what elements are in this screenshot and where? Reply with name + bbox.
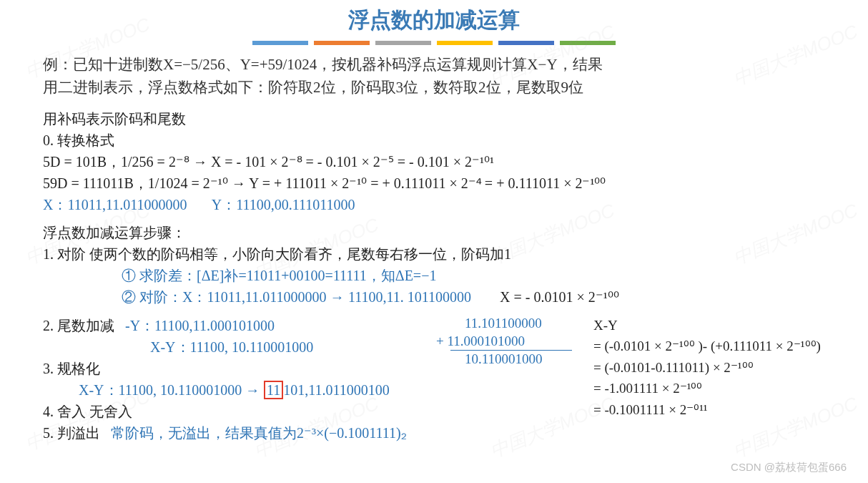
csdn-watermark: CSDN @荔枝荷包蛋666 (731, 461, 847, 474)
step-3-part-a: X-Y：11100, 10.110001000 (79, 382, 242, 398)
right-equations: X-Y = (-0.0101 × 2⁻¹⁰⁰ )- (+0.111011 × 2… (593, 315, 821, 420)
bar-6 (560, 41, 616, 45)
step-1-heading: 1. 对阶 使两个数的阶码相等，小阶向大阶看齐，尾数每右移一位，阶码加1 (43, 244, 825, 265)
step-0-line-1: 5D = 101B，1/256 = 2⁻⁸ → X = - 101 × 2⁻⁸ … (43, 152, 825, 172)
x-encoding: X：11011,11.011000000 (43, 197, 187, 213)
eq-2: = (-0.0101-0.111011) × 2⁻¹⁰⁰ (593, 357, 821, 378)
arrow-icon: → (245, 382, 264, 398)
bar-1 (252, 41, 308, 45)
step-2-neg-y: -Y：11100,11.000101000 (125, 318, 275, 333)
color-bar-row (43, 41, 825, 45)
step-2-heading-row: 2. 尾数加减 -Y：11100,11.000101000 (43, 316, 415, 336)
calc-result: 10.110001000 (436, 351, 572, 369)
step-3-part-b: 101,11.011000100 (283, 382, 390, 398)
step-5-heading: 5. 判溢出 (43, 425, 100, 441)
step-1-sub-1: ① 求阶差：[ΔE]补=11011+00100=11111，知ΔE=−1 (43, 265, 825, 286)
slide-title: 浮点数的加减运算 (43, 6, 825, 35)
step-1-sub-2: ② 对阶：X：11011,11.011000000 → 11100,11. 10… (43, 287, 825, 308)
steps-title: 浮点数加减运算步骤： (43, 223, 825, 243)
calc-plus: + 11.000101000 (436, 333, 572, 351)
step-2-heading: 2. 尾数加减 (43, 318, 114, 333)
bar-5 (498, 41, 554, 45)
eq-1: = (-0.0101 × 2⁻¹⁰⁰ )- (+0.111011 × 2⁻¹⁰⁰… (593, 336, 821, 356)
overflow-bits-box: 11 (264, 381, 283, 399)
problem-line-2: 用二进制表示，浮点数格式如下：阶符取2位，阶码取3位，数符取2位，尾数取9位 (43, 77, 825, 99)
step-4-heading: 4. 舍入 无舍入 (43, 401, 415, 422)
step-0-line-2: 59D = 111011B，1/1024 = 2⁻¹⁰ → Y = + 1110… (43, 173, 825, 194)
eq-heading: X-Y (593, 315, 821, 336)
calc-a: 11.101100000 (436, 315, 572, 333)
xy-encoding-line: X：11011,11.011000000 Y：11100,00.11101100… (43, 195, 825, 215)
step-1-sub-2b: 11100,11. 101100000 (348, 289, 471, 305)
bar-3 (375, 41, 431, 45)
bar-2 (314, 41, 370, 45)
eq-3: = -1.001111 × 2⁻¹⁰⁰ (593, 378, 821, 399)
step-0-heading: 0. 转换格式 (43, 130, 825, 151)
bar-4 (437, 41, 493, 45)
section-0-title: 用补码表示阶码和尾数 (43, 109, 825, 130)
y-encoding: Y：11100,00.111011000 (212, 197, 355, 213)
step-3-heading: 3. 规格化 (43, 358, 415, 379)
step-2-xy: X-Y：11100, 10.110001000 (43, 337, 415, 358)
step-5-result: 常阶码，无溢出，结果真值为2⁻³×(−0.1001111)₂ (111, 425, 406, 441)
step-3-result: X-Y：11100, 10.110001000 → 11101,11.01100… (43, 380, 415, 401)
step-1-right-eq: X = - 0.0101 × 2⁻¹⁰⁰ (500, 289, 619, 305)
problem-line-1: 例：已知十进制数X=−5/256、Y=+59/1024，按机器补码浮点运算规则计… (43, 54, 825, 77)
arrow-icon: → (330, 289, 348, 305)
eq-4: = -0.1001111 × 2⁻⁰¹¹ (593, 399, 821, 420)
step-1-sub-2a: ② 对阶：X：11011,11.011000000 (122, 289, 326, 305)
step-5-row: 5. 判溢出 常阶码，无溢出，结果真值为2⁻³×(−0.1001111)₂ (43, 423, 415, 444)
problem-statement: 例：已知十进制数X=−5/256、Y=+59/1024，按机器补码浮点运算规则计… (43, 54, 825, 99)
addition-calc-block: 11.101100000 + 11.000101000 10.110001000 (436, 315, 572, 369)
